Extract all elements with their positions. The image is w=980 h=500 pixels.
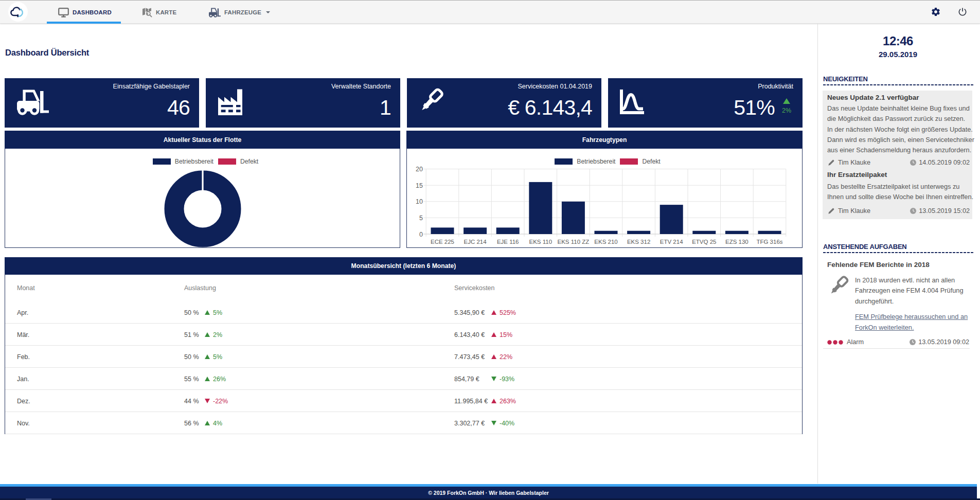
svg-text:TFG 316s: TFG 316s xyxy=(756,239,782,245)
svg-text:ETVQ 25: ETVQ 25 xyxy=(692,239,716,245)
svg-text:EKS 110 ZZ: EKS 110 ZZ xyxy=(558,239,590,245)
svg-text:EZS 130: EZS 130 xyxy=(725,239,749,245)
svg-text:5: 5 xyxy=(419,215,423,222)
svg-text:ETV 214: ETV 214 xyxy=(660,239,683,245)
svg-text:0: 0 xyxy=(419,231,423,238)
svg-text:EKS 210: EKS 210 xyxy=(594,239,617,245)
svg-text:15: 15 xyxy=(416,182,423,189)
svg-text:20: 20 xyxy=(416,166,423,173)
svg-text:EKS 312: EKS 312 xyxy=(627,239,650,245)
svg-text:EJC 214: EJC 214 xyxy=(464,239,487,245)
svg-text:ECE 225: ECE 225 xyxy=(431,239,454,245)
svg-text:EKS 110: EKS 110 xyxy=(529,239,553,245)
svg-text:10: 10 xyxy=(416,198,423,205)
svg-text:EJE 116: EJE 116 xyxy=(497,239,519,245)
